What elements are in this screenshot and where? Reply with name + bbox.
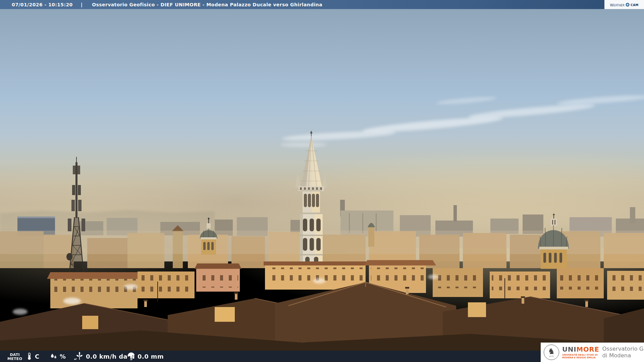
webcam-page: 07/01/2026 - 10:15:20 | Osservatorio Geo… [0, 0, 644, 362]
droplets-icon [50, 352, 58, 360]
university-subtitle-line2: MODENA E REGGIO EMILIA [562, 356, 599, 359]
weathercam-logo[interactable]: Weather Cam [604, 0, 644, 9]
seal-year: 1175 [549, 355, 554, 357]
thermometer-icon [25, 352, 33, 360]
page-title: Osservatorio Geofisico - DIEF UNIMORE - … [92, 2, 322, 7]
observatory-name-line1: Osservatorio Geofisico [602, 346, 644, 352]
observatory-name-line2: di Modena [602, 352, 644, 359]
anemometer-icon [74, 352, 84, 361]
weather-data-label: DATI METEO [7, 353, 22, 361]
weather-label-line2: METEO [7, 357, 22, 361]
unimore-wordmark: UNIMORE UNIVERSITÀ DEGLI STUDI DI MODENA… [562, 346, 599, 359]
unimore-branding[interactable]: ♞ 1175 UNIMORE UNIVERSITÀ DEGLI STUDI DI… [541, 343, 644, 362]
unimore-acronym-uni: UNI [562, 345, 576, 353]
webcam-photo [0, 0, 644, 362]
university-subtitle-line1: UNIVERSITÀ DEGLI STUDI DI [562, 354, 599, 356]
humidity-item: % [50, 351, 66, 362]
unimore-acronym-more: MORE [576, 345, 599, 353]
temperature-item: C [25, 351, 40, 362]
rain-item: 0.0 mm [127, 351, 164, 362]
title-bar: 07/01/2026 - 10:15:20 | Osservatorio Geo… [0, 0, 644, 9]
separator: | [81, 2, 83, 7]
observatory-name: Osservatorio Geofisico di Modena [602, 346, 644, 359]
unimore-acronym: UNIMORE [562, 346, 599, 353]
knight-seal-glyph: ♞ [548, 347, 555, 355]
university-subtitle: UNIVERSITÀ DEGLI STUDI DI MODENA E REGGI… [562, 354, 599, 359]
weathercam-dot-icon [626, 3, 630, 7]
rain-value: 0.0 mm [138, 353, 164, 360]
wind-item: 0.0 km/h da N [74, 351, 135, 362]
weathercam-logo-text2: Cam [631, 2, 638, 7]
umbrella-icon [127, 352, 136, 361]
temperature-value: C [35, 353, 40, 360]
humidity-value: % [60, 353, 66, 360]
unimore-seal-icon: ♞ 1175 [544, 345, 559, 360]
weathercam-logo-text1: Weather [610, 2, 625, 7]
timestamp: 07/01/2026 - 10:15:20 [12, 2, 73, 7]
